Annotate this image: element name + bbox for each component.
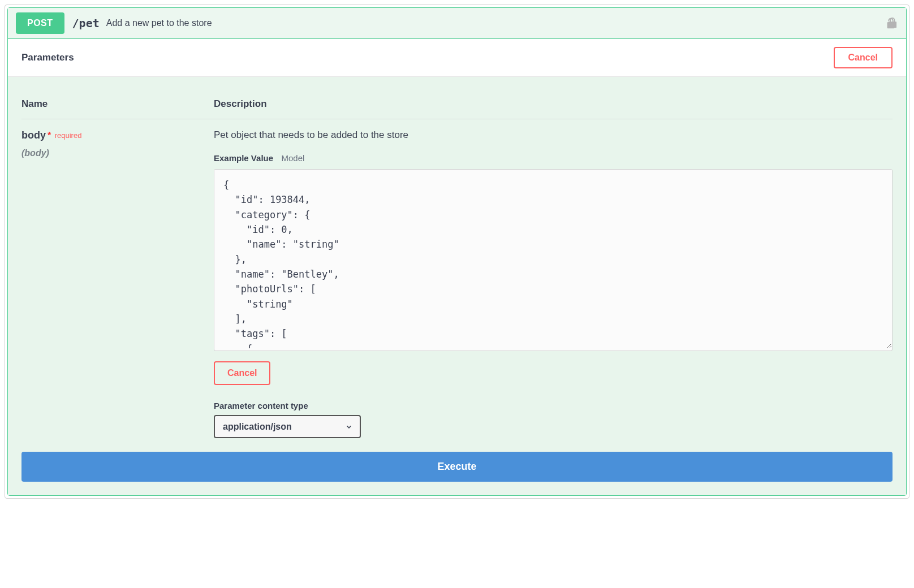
param-name: body: [21, 129, 46, 141]
content-type-label: Parameter content type: [214, 401, 893, 410]
param-description: Pet object that needs to be added to the…: [214, 129, 893, 141]
column-header-description: Description: [214, 90, 893, 119]
execute-button[interactable]: Execute: [21, 452, 893, 482]
parameter-row: body* required (body) Pet object that ne…: [21, 119, 893, 439]
parameters-heading: Parameters: [21, 52, 74, 63]
endpoint-path: /pet: [72, 16, 100, 30]
cancel-button[interactable]: Cancel: [834, 47, 893, 68]
endpoint-description: Add a new pet to the store: [106, 18, 212, 28]
request-body-input[interactable]: [214, 170, 892, 348]
tab-example-value[interactable]: Example Value: [214, 153, 273, 163]
column-header-name: Name: [21, 90, 214, 119]
content-type-select[interactable]: application/json: [214, 415, 361, 438]
param-in: (body): [21, 148, 214, 158]
required-star-icon: *: [48, 131, 51, 140]
method-badge: POST: [16, 12, 64, 34]
required-label: required: [55, 131, 82, 140]
endpoint-summary[interactable]: POST /pet Add a new pet to the store: [8, 8, 906, 38]
lock-icon[interactable]: [885, 17, 897, 29]
tab-model[interactable]: Model: [282, 153, 305, 163]
cancel-body-button[interactable]: Cancel: [214, 361, 270, 385]
